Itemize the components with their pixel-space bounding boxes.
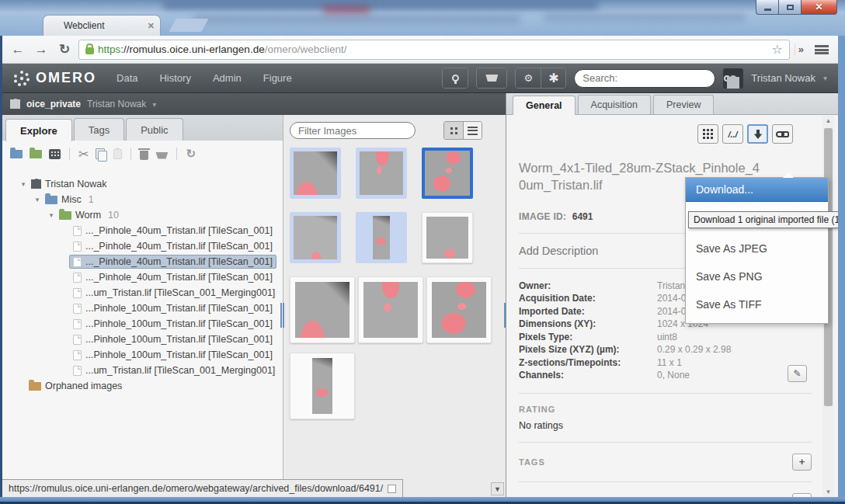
show-path-button[interactable]: /../	[722, 124, 743, 144]
project-label[interactable]: Misc	[61, 194, 82, 205]
thumbnail[interactable]	[426, 276, 492, 343]
group-name[interactable]: oice_private	[26, 99, 81, 109]
menu-figure[interactable]: Figure	[263, 72, 292, 84]
omero-logo[interactable]: OMERO	[13, 70, 96, 87]
forward-icon[interactable]: →	[32, 42, 50, 57]
scroll-down-button[interactable]: ▼	[491, 482, 504, 495]
tree-caret-icon[interactable]: ▾	[33, 196, 41, 203]
tree-image-row[interactable]: ...Pinhole_100um_Tristan.lif [TileScan_0…	[9, 347, 283, 363]
browser-menu-icon[interactable]	[815, 45, 829, 54]
menu-item-save-jpeg[interactable]: Save As JPEG	[686, 235, 828, 262]
minimize-button[interactable]	[756, 0, 779, 15]
thumbnail[interactable]	[356, 212, 407, 263]
search-box[interactable]	[574, 69, 715, 88]
new-dataset-icon[interactable]	[30, 150, 42, 158]
tree-image-row-selected[interactable]: ..._Pinhole_40um_Tristan.lif [TileScan_0…	[9, 254, 283, 269]
image-label[interactable]: ..._Pinhole_40um_Tristan.lif [TileScan_0…	[85, 225, 273, 236]
tree-image-row[interactable]: ...um_Tristan.lif [TileScan_001_Merging0…	[9, 363, 283, 378]
basket-button[interactable]	[477, 68, 506, 88]
delete-icon[interactable]	[140, 151, 148, 160]
cut-icon[interactable]: ✂	[78, 147, 89, 162]
move-to-basket-icon[interactable]	[155, 152, 168, 159]
browser-tab[interactable]: Webclient ✕	[43, 15, 161, 36]
group-owner[interactable]: Tristan Nowak	[87, 99, 146, 109]
tree-image-row[interactable]: ...Pinhole_100um_Tristan.lif [TileScan_0…	[9, 301, 283, 316]
thumbnail[interactable]	[290, 276, 355, 343]
image-label[interactable]: ...Pinhole_100um_Tristan.lif [TileScan_0…	[85, 318, 273, 329]
dataset-label[interactable]: Worm	[75, 210, 101, 221]
bookmark-star-icon[interactable]: ☆	[771, 42, 782, 57]
url-bar[interactable]: https :// romulus.oice.uni-erlangen.de /…	[78, 40, 790, 60]
scroll-up-icon[interactable]: ▲	[822, 117, 834, 124]
link-button[interactable]	[772, 124, 793, 144]
thumbnail-figure-button[interactable]	[697, 124, 718, 144]
group-caret-icon[interactable]: ▾	[152, 100, 156, 109]
thumbnail-focused[interactable]	[422, 148, 473, 199]
panel-splitter-left[interactable]	[280, 303, 284, 328]
tree-root-label[interactable]: Tristan Nowak	[45, 179, 106, 189]
image-label[interactable]: ...Pinhole_100um_Tristan.lif [TileScan_0…	[85, 334, 273, 345]
menu-admin[interactable]: Admin	[213, 72, 242, 84]
thumbnail[interactable]	[290, 148, 341, 199]
orphaned-label[interactable]: Orphaned images	[45, 381, 122, 391]
thumbnail[interactable]	[290, 353, 355, 419]
close-button[interactable]: ✕	[802, 0, 837, 15]
new-screen-icon[interactable]	[49, 149, 61, 159]
menu-data[interactable]: Data	[116, 72, 137, 84]
extensions-overflow-icon[interactable]: »	[795, 43, 807, 55]
tab-general[interactable]: General	[513, 96, 576, 115]
activities-button[interactable]: ✱	[541, 68, 565, 88]
tree-dataset[interactable]: ▾ Worm 10	[9, 207, 283, 223]
usage-lightbulb-button[interactable]	[443, 68, 468, 88]
tree-image-row[interactable]: ..._Pinhole_40um_Tristan.lif [TileScan_0…	[9, 269, 283, 285]
tree-image-row[interactable]: ..._Pinhole_40um_Tristan.lif [TileScan_0…	[9, 223, 283, 238]
tree-image-row[interactable]: ...um_Tristan.lif [TileScan_001_Merging0…	[9, 285, 283, 301]
download-button[interactable]	[747, 124, 768, 144]
image-label[interactable]: ...Pinhole_100um_Tristan.lif [TileScan_0…	[85, 349, 273, 360]
thumbnail[interactable]	[422, 212, 473, 263]
thumbnail[interactable]	[356, 148, 407, 199]
add-tag-button[interactable]: +	[792, 454, 812, 471]
list-view-button[interactable]	[463, 122, 482, 139]
user-name[interactable]: Tristan Nowak	[751, 72, 815, 84]
tab-public[interactable]: Public	[126, 118, 183, 141]
menu-history[interactable]: History	[159, 72, 190, 84]
reload-icon[interactable]: ↻	[55, 41, 74, 57]
menu-item-save-png[interactable]: Save As PNG	[686, 262, 828, 290]
paste-icon[interactable]	[113, 149, 122, 159]
menu-item-save-tiff[interactable]: Save As TIFF	[686, 290, 828, 318]
image-label[interactable]: ...um_Tristan.lif [TileScan_001_Merging0…	[85, 287, 275, 298]
image-label[interactable]: ..._Pinhole_40um_Tristan.lif [TileScan_0…	[85, 256, 273, 267]
tree-root[interactable]: ▾ Tristan Nowak	[9, 176, 283, 192]
tab-preview[interactable]: Preview	[653, 95, 714, 114]
tree-caret-icon[interactable]: ▾	[19, 180, 27, 188]
copy-icon[interactable]	[96, 148, 106, 160]
settings-button[interactable]: ⚙	[516, 68, 541, 88]
filter-images-input[interactable]	[290, 122, 416, 139]
image-label[interactable]: ..._Pinhole_40um_Tristan.lif [TileScan_0…	[85, 241, 273, 252]
grid-view-button[interactable]	[444, 122, 463, 139]
refresh-icon[interactable]: ↻	[186, 147, 196, 161]
tab-acquisition[interactable]: Acquisition	[578, 95, 651, 114]
new-tab-button[interactable]	[169, 19, 208, 32]
menu-item-download[interactable]: Download...	[686, 178, 828, 202]
search-input[interactable]	[582, 72, 719, 84]
user-caret-icon[interactable]: ▾	[823, 74, 827, 82]
tree-caret-icon[interactable]: ▾	[47, 211, 55, 219]
image-label[interactable]: ..._Pinhole_40um_Tristan.lif [TileScan_0…	[85, 272, 273, 283]
thumbnail[interactable]	[290, 212, 341, 263]
tree-image-row[interactable]: ...Pinhole_100um_Tristan.lif [TileScan_0…	[9, 332, 283, 347]
new-project-icon[interactable]	[10, 150, 23, 158]
image-label[interactable]: ...Pinhole_100um_Tristan.lif [TileScan_0…	[85, 303, 273, 314]
tab-close-icon[interactable]: ✕	[148, 21, 155, 31]
edit-channels-button[interactable]: ✎	[788, 365, 807, 382]
thumbnail[interactable]	[358, 276, 423, 343]
image-label[interactable]: ...um_Tristan.lif [TileScan_001_Merging0…	[85, 365, 275, 376]
back-icon[interactable]: ←	[9, 42, 27, 57]
tab-tags[interactable]: Tags	[74, 118, 124, 141]
maximize-button[interactable]	[779, 0, 802, 15]
tree-image-row[interactable]: ...Pinhole_100um_Tristan.lif [TileScan_0…	[9, 316, 283, 332]
tree-orphaned[interactable]: Orphaned images	[9, 378, 283, 394]
tab-explore[interactable]: Explore	[5, 119, 72, 141]
scroll-down-icon[interactable]: ▼	[822, 488, 834, 495]
